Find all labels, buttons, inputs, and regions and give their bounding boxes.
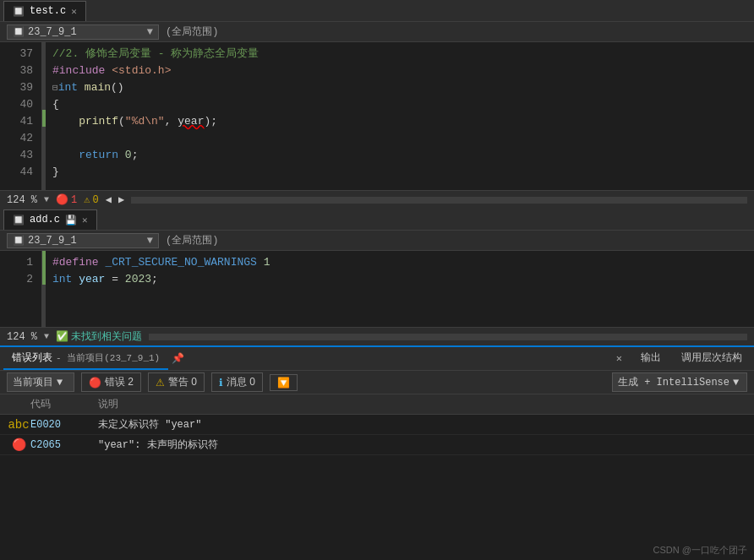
editor2-tab-bar: 🔲 add.c 💾 ✕ (0, 209, 754, 231)
tab-add-c-close[interactable]: ✕ (82, 215, 88, 226)
editor1-warn-badge[interactable]: ⚠ 0 (84, 193, 98, 206)
str-format-41: "%d\n" (125, 113, 165, 130)
editor2-status-bar: 124 % ▼ ✅ 未找到相关问题 (0, 327, 754, 345)
editor2-code-lines[interactable]: #define _CRT_SECURE_NO_WARNINGS 1 int ye… (46, 251, 754, 327)
row0-desc: 未定义标识符 "year" (98, 417, 747, 432)
error-row-0[interactable]: abc E0020 未定义标识符 "year" (0, 415, 754, 435)
error-row-1[interactable]: 🔴 C2065 "year": 未声明的标识符 (0, 435, 754, 455)
brace-open-40: { (52, 96, 59, 113)
editor1-zoom-arrow[interactable]: ▼ (44, 195, 49, 204)
tab-add-c-label: add.c (30, 214, 60, 226)
tab-test-c-label: test.c (30, 5, 66, 17)
code-line-41: printf("%d\n", year); (52, 113, 754, 130)
warnings-button[interactable]: ⚠ 警告 0 (148, 372, 205, 392)
num-0-43: 0 (125, 147, 132, 164)
editor2-scope: (全局范围) (166, 233, 218, 247)
editor2-ok-badge: ✅ 未找到相关问题 (56, 329, 142, 344)
editor2-func-arrow: ▼ (147, 235, 153, 247)
editor1-status-bar: 124 % ▼ 🔴 1 ⚠ 0 ◀ ▶ (0, 190, 754, 209)
kw-int-39: int (58, 79, 78, 96)
code-line-37: //2. 修饰全局变量 - 称为静态全局变量 (52, 46, 754, 63)
func-main-39: main (85, 79, 111, 96)
row1-code: C2065 (30, 439, 98, 451)
scope-selector[interactable]: 当前项目 ▼ (7, 372, 74, 392)
code-line-39: ⊟int main() (52, 79, 754, 96)
error-btn-icon: 🔴 (89, 377, 101, 389)
var-year-squiggle-41: year (178, 113, 204, 130)
include-path-38: <stdio.h> (112, 63, 171, 79)
filter-button[interactable]: 🔽 (270, 374, 298, 391)
comment-37: //2. 修饰全局变量 - 称为静态全局变量 (52, 46, 259, 63)
brace-close-44: } (52, 164, 59, 181)
col-code-header: 代码 (30, 397, 98, 411)
error-table: abc E0020 未定义标识符 "year" 🔴 C2065 "year": … (0, 415, 754, 560)
tab-error-list[interactable]: 错误列表 - 当前项目(23_7_9_1) (3, 348, 168, 370)
editor2-zoom: 124 % (7, 331, 37, 343)
error-table-header: 代码 说明 (0, 394, 754, 415)
panel-pin-icon[interactable]: 📌 (172, 352, 184, 365)
row0-icon: abc (7, 418, 30, 432)
editor2-scrollbar[interactable] (149, 334, 747, 340)
editor1-zoom: 124 % (7, 194, 37, 206)
nav-prev-1[interactable]: ◀ (106, 193, 112, 206)
tab-callstack[interactable]: 调用层次结构 (673, 348, 751, 370)
editor2-code-area: 1 2 #define _CRT_SECURE_NO_WARNINGS 1 in… (0, 251, 754, 327)
error-list-label: 错误列表 (12, 351, 52, 365)
error-list-suffix: - 当前项目(23_7_9_1) (56, 351, 160, 364)
editor1-scrollbar[interactable] (131, 197, 747, 204)
macro-38: #include (52, 63, 105, 79)
tab-test-c[interactable]: 🔲 test.c ✕ (3, 1, 86, 21)
col-desc-header: 说明 (98, 397, 747, 411)
kw-return-43: return (79, 147, 118, 164)
messages-count-label: 消息 0 (227, 375, 255, 389)
editor2-zoom-arrow[interactable]: ▼ (44, 332, 49, 341)
editor1-code-area: 37 38 39 40 41 42 43 44 //2. 修饰全局变量 - 称为… (0, 42, 754, 190)
editor1-func-label: 23_7_9_1 (28, 26, 77, 38)
tab-add-c-save: 💾 (65, 215, 77, 226)
code-line-2: int year = 2023; (52, 271, 754, 288)
editor2-func-selector[interactable]: 🔲 23_7_9_1 ▼ (7, 233, 159, 248)
num-2023: 2023 (125, 271, 151, 288)
watermark-text: CSDN @一口吃个团子 (653, 545, 747, 555)
editor2-toolbar: 🔲 23_7_9_1 ▼ (全局范围) (0, 231, 754, 251)
output-label: 输出 (641, 351, 661, 365)
file-icon-2: 🔲 (13, 215, 25, 226)
scope-label-text: 当前项目 (13, 375, 53, 389)
panel-close-icon[interactable]: ✕ (616, 352, 622, 365)
code-line-42 (52, 130, 754, 147)
code-line-38: #include <stdio.h> (52, 63, 754, 79)
editor1-func-icon: 🔲 (13, 26, 25, 37)
tab-test-c-close[interactable]: ✕ (71, 6, 77, 17)
build-arrow: ▼ (733, 377, 739, 389)
tab-add-c[interactable]: 🔲 add.c 💾 ✕ (3, 209, 97, 230)
editor1-error-badge[interactable]: 🔴 1 (56, 193, 77, 206)
tab-output[interactable]: 输出 (632, 348, 669, 370)
errors-count-label: 错误 2 (105, 375, 134, 389)
collapse-39[interactable]: ⊟ (52, 79, 58, 96)
build-selector[interactable]: 生成 + IntelliSense ▼ (612, 372, 747, 392)
editor1-scope: (全局范围) (166, 24, 218, 39)
editor1-func-arrow: ▼ (147, 26, 153, 38)
editor1-warn-count: 0 (92, 194, 98, 206)
code-line-44: } (52, 164, 754, 181)
editor1-func-selector[interactable]: 🔲 23_7_9_1 ▼ (7, 24, 159, 40)
nav-next-1[interactable]: ▶ (118, 193, 124, 206)
messages-button[interactable]: ℹ 消息 0 (211, 372, 263, 392)
watermark: CSDN @一口吃个团子 (653, 544, 747, 557)
var-year-2: year (79, 271, 105, 288)
row1-desc: "year": 未声明的标识符 (98, 438, 747, 452)
editor1-tab-bar: 🔲 test.c ✕ (0, 0, 754, 22)
code-line-43: return 0; (52, 147, 754, 164)
build-label: 生成 + IntelliSense (618, 375, 729, 389)
filter-icon: 🔽 (277, 377, 290, 389)
editor1-toolbar: 🔲 23_7_9_1 ▼ (全局范围) (0, 22, 754, 42)
ok-icon: ✅ (56, 330, 68, 343)
editor2-line-numbers: 1 2 (0, 251, 42, 327)
warnings-count-label: 警告 0 (168, 375, 197, 389)
file-icon: 🔲 (13, 6, 25, 17)
callstack-label: 调用层次结构 (681, 351, 742, 365)
error-toolbar: 当前项目 ▼ 🔴 错误 2 ⚠ 警告 0 ℹ 消息 0 🔽 生成 + Intel… (0, 371, 754, 394)
editor1-line-numbers: 37 38 39 40 41 42 43 44 (0, 42, 42, 190)
editor1-code-lines[interactable]: //2. 修饰全局变量 - 称为静态全局变量 #include <stdio.h… (46, 42, 754, 190)
errors-button[interactable]: 🔴 错误 2 (81, 372, 141, 392)
